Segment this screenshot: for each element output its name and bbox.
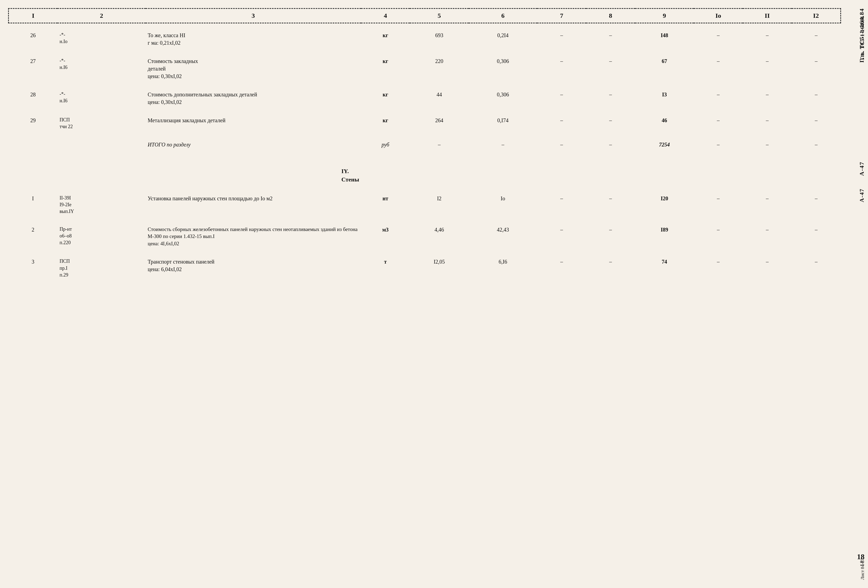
header-col12: I2 [792,9,841,23]
iy-row2-col10: – [694,223,743,250]
row-29-col12: – [792,114,841,133]
row-27-col9: 67 [635,55,694,83]
itogo-col1 [9,138,58,151]
row-27-col4: кг [361,55,410,83]
iy-row3-col8: – [586,255,635,281]
row-26-col1: 26 [9,29,58,49]
iy-row3-col2: ПСП пр.I п.29 [58,255,145,281]
iy-row2-col7: – [537,223,586,250]
iy-row2-col3: Стоимость сборных железобетонных панелей… [146,223,361,250]
itogo-col2 [58,138,145,151]
iy-row1-col4: нт [361,192,410,218]
row-29-col5: 264 [410,114,468,133]
row-28-col3: Стоимость дополнительных закладных детал… [146,88,361,108]
row-26-col2: -*- н.Io [58,29,145,49]
row-28-col9: I3 [635,88,694,108]
header-col4: 4 [361,9,410,23]
iy-row1-col1: I [9,192,58,218]
iy-row2-col6: 42,43 [469,223,537,250]
row-29-col6: 0,I74 [469,114,537,133]
iy-row3-col6: 6,I6 [469,255,537,281]
main-table: I 2 3 4 5 6 7 8 9 Io II I2 [8,8,841,281]
iy-row1-col5: I2 [410,192,468,218]
iy-row3-col5: I2,05 [410,255,468,281]
row-28-col4: кг [361,88,410,108]
row-28-col10: – [694,88,743,108]
sidebar-label-bottom: 18 [859,560,865,566]
row-28-col2: -*- н.I6 [58,88,145,108]
table-row: 29 ПСП тчи 22 Металлизация закладных дет… [9,114,841,133]
iy-row3-col7: – [537,255,586,281]
iy-row1-col6: Io [469,192,537,218]
iy-row2-col11: – [743,223,792,250]
row-27-col1: 27 [9,55,58,83]
iy-row3-col10: – [694,255,743,281]
spacer-row-3 [9,83,841,88]
iy-row2-col9: I89 [635,223,694,250]
itogo-col8: – [586,138,635,151]
table-row: 2 Пр-нт о6–о8 п.220 Стоимость сборных же… [9,223,841,250]
page-container: Г.п. ТС5-1-164.84 А-47 18 I [0,0,868,588]
table-row: 28 -*- н.I6 Стоимость дополнительных зак… [9,88,841,108]
spacer-row-8 [9,218,841,223]
row-29-col11: – [743,114,792,133]
iy-row2-col2: Пр-нт о6–о8 п.220 [58,223,145,250]
spacer-row-9 [9,250,841,255]
iy-row1-col11: – [743,192,792,218]
row-27-col5: 220 [410,55,468,83]
row-26-col9: I48 [635,29,694,49]
row-26-col5: 693 [410,29,468,49]
row-27-col2: -*- н.I6 [58,55,145,83]
section-header-row: IY. Стены [9,162,841,186]
section-title: IY. Стены [9,162,361,186]
itogo-col4: руб [361,138,410,151]
header-col11: II [743,9,792,23]
iy-row3-col9: 74 [635,255,694,281]
row-28-col12: – [792,88,841,108]
iy-row2-col4: м3 [361,223,410,250]
spacer-row-1 [9,23,841,29]
iy-row3-col1: 3 [9,255,58,281]
row-27-col10: – [694,55,743,83]
iy-row3-col4: т [361,255,410,281]
itogo-col10: – [694,138,743,151]
row-26-col10: – [694,29,743,49]
iy-row1-col7: – [537,192,586,218]
header-col6: 6 [469,9,537,23]
header-col10: Io [694,9,743,23]
row-27-col8: – [586,55,635,83]
table-header-row: I 2 3 4 5 6 7 8 9 Io II I2 [9,9,841,23]
table-row: I II-39I I9-2Iе вып.IY Установка панелей… [9,192,841,218]
row-26-col6: 0,2I4 [469,29,537,49]
header-col2: 2 [58,9,145,23]
row-28-col7: – [537,88,586,108]
iy-row3-col12: – [792,255,841,281]
row-28-col1: 28 [9,88,58,108]
itogo-col3: ИТОГО по разделу [146,138,361,151]
iy-row3-col11: – [743,255,792,281]
table-row: 27 -*- н.I6 Стоимость закладныхдеталейце… [9,55,841,83]
row-26-col12: – [792,29,841,49]
table-row: 3 ПСП пр.I п.29 Транспорт стеновых панел… [9,255,841,281]
itogo-col11: – [743,138,792,151]
itogo-col6: – [469,138,537,151]
spacer-row-7 [9,186,841,192]
row-28-col11: – [743,88,792,108]
header-col9: 9 [635,9,694,23]
iy-row1-col9: I20 [635,192,694,218]
header-col3: 3 [146,9,361,23]
row-27-col11: – [743,55,792,83]
iy-row3-col3: Транспорт стеновых панелейцена: 6,04хI,0… [146,255,361,281]
row-27-col12: – [792,55,841,83]
main-table-area: I 2 3 4 5 6 7 8 9 Io II I2 [8,8,841,580]
iy-row1-col8: – [586,192,635,218]
row-29-col9: 46 [635,114,694,133]
iy-row1-col10: – [694,192,743,218]
sidebar-label-middle: А-47 [858,161,865,176]
row-26-col8: – [586,29,635,49]
header-col7: 7 [537,9,586,23]
row-28-col5: 44 [410,88,468,108]
iy-row2-col12: – [792,223,841,250]
row-26-col7: – [537,29,586,49]
itogo-col9: 7254 [635,138,694,151]
